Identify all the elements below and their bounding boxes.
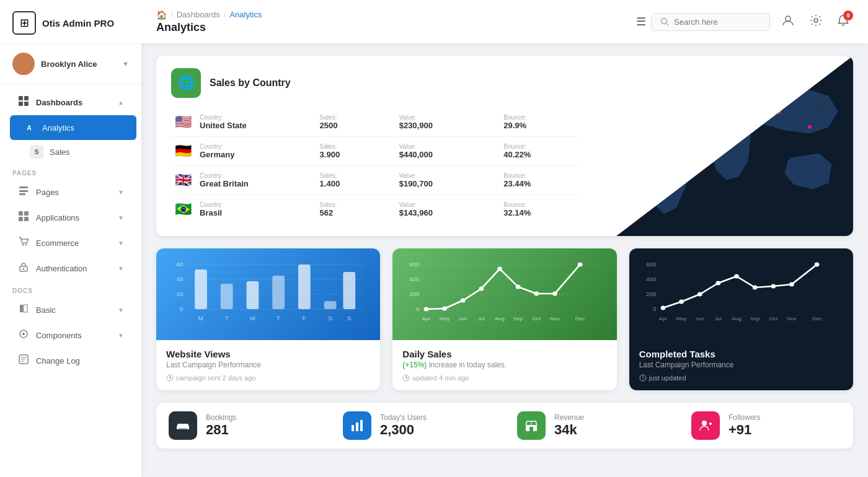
svg-text:Jul: Jul — [478, 315, 485, 322]
svg-text:Jun: Jun — [695, 315, 704, 322]
changelog-label: Change Log — [36, 356, 124, 365]
today-users-stat: Today's Users 2,300 — [330, 403, 505, 449]
sidebar-nav: Dashboards ▲ A Analytics S Sales PAGES P… — [0, 84, 141, 477]
notifications-button[interactable]: 9 — [833, 11, 853, 33]
sidebar-item-components[interactable]: Components ▼ — [5, 323, 136, 348]
sales-value: 2500 — [320, 121, 377, 130]
website-views-title: Website Views — [166, 349, 370, 359]
daily-sales-line-svg: 600 400 200 0 — [402, 258, 606, 333]
svg-point-20 — [662, 19, 667, 24]
svg-rect-5 — [24, 102, 29, 106]
user-icon-button[interactable] — [777, 10, 799, 34]
svg-text:40: 40 — [176, 276, 183, 282]
completed-tasks-title: Completed Tasks — [639, 349, 843, 359]
svg-text:Aug: Aug — [495, 315, 505, 322]
svg-point-0 — [19, 56, 29, 66]
settings-icon-button[interactable] — [806, 11, 826, 33]
sidebar-item-sales[interactable]: S Sales — [5, 141, 136, 163]
search-box[interactable] — [651, 13, 770, 31]
svg-text:0: 0 — [416, 305, 419, 312]
sidebar-item-pages[interactable]: Pages ▼ — [5, 180, 136, 204]
svg-text:200: 200 — [646, 291, 656, 297]
components-label: Components — [36, 331, 112, 340]
bookings-value: 281 — [206, 422, 236, 438]
svg-rect-42 — [298, 265, 311, 309]
pages-chevron-icon: ▼ — [118, 189, 124, 196]
svg-text:Dec: Dec — [812, 315, 822, 322]
website-views-footer: campaign sent 2 days ago — [166, 374, 370, 382]
svg-text:Jun: Jun — [459, 315, 467, 322]
bookings-stat: Bookings 281 — [156, 403, 330, 449]
sales-label: Sales: — [320, 201, 377, 208]
pages-icon — [17, 185, 30, 199]
user-profile[interactable]: Brooklyn Alice ▼ — [0, 44, 141, 84]
flag-icon: 🇧🇷 — [175, 201, 192, 217]
value-label: Value: — [399, 172, 482, 179]
website-views-card: 60 40 20 0 M T — [156, 248, 380, 390]
svg-rect-40 — [247, 281, 259, 309]
svg-point-25 — [680, 173, 686, 180]
country-label: Country: — [200, 143, 298, 150]
daily-sales-title: Daily Sales — [402, 349, 606, 359]
pages-section-label: PAGES — [0, 164, 141, 179]
store-icon — [525, 419, 538, 432]
revenue-stat: Revenue 34k — [505, 403, 679, 449]
daily-sales-info: Daily Sales (+15%) increase in today sal… — [392, 340, 616, 390]
revenue-icon — [517, 411, 546, 440]
hamburger-button[interactable]: ☰ — [631, 10, 651, 33]
analytics-label: Analytics — [42, 123, 124, 133]
sidebar-item-ecommerce[interactable]: Ecommerce ▼ — [5, 230, 136, 255]
svg-rect-39 — [221, 284, 233, 309]
components-icon — [17, 328, 30, 342]
bounce-value: 32.14% — [503, 208, 574, 217]
sidebar-item-changelog[interactable]: Change Log — [5, 348, 136, 373]
svg-point-18 — [22, 333, 25, 335]
sales-card-title: Sales by Country — [210, 77, 291, 89]
svg-text:W: W — [250, 315, 255, 321]
svg-text:600: 600 — [409, 261, 419, 267]
bounce-value: 40.22% — [503, 150, 574, 159]
svg-point-16 — [23, 268, 25, 270]
completed-tasks-card: 600 400 200 0 — [629, 248, 853, 390]
svg-point-24 — [639, 121, 645, 127]
sidebar-item-applications[interactable]: Applications ▼ — [5, 205, 136, 230]
svg-rect-9 — [19, 211, 23, 216]
bounce-label: Bounce: — [503, 201, 574, 208]
header: 🏠 / Dashboards / Analytics Analytics ☰ — [141, 0, 868, 43]
svg-point-67 — [534, 292, 539, 296]
person-add-icon — [699, 419, 712, 432]
sidebar: ⊞ Otis Admin PRO Brooklyn Alice ▼ Dashbo… — [0, 0, 141, 477]
table-row: 🇩🇪 Country: Germany Sales: 3.900 Value: … — [171, 137, 578, 166]
breadcrumb-analytics: Analytics — [229, 10, 262, 19]
sidebar-item-authentication[interactable]: Authentication ▼ — [5, 256, 136, 281]
completed-tasks-line-svg: 600 400 200 0 — [639, 258, 843, 333]
bar-chart-icon — [350, 419, 364, 432]
daily-sales-pct: (+15%) — [402, 361, 427, 369]
svg-text:May: May — [676, 315, 686, 322]
clock-icon3 — [639, 374, 647, 382]
sales-card-header: 🌐 Sales by Country — [171, 68, 578, 98]
sales-by-country-card: 🌐 Sales by Country 🇺🇸 Country: United St… — [156, 56, 853, 236]
search-input[interactable] — [674, 17, 761, 27]
svg-text:T: T — [277, 315, 280, 321]
svg-rect-11 — [19, 217, 23, 221]
svg-text:S: S — [347, 315, 352, 321]
svg-point-96 — [814, 263, 819, 267]
sidebar-item-dashboards[interactable]: Dashboards ▲ — [5, 90, 136, 115]
svg-rect-111 — [352, 425, 354, 431]
svg-rect-43 — [324, 301, 337, 309]
website-views-chart: 60 40 20 0 M T — [156, 248, 380, 340]
sidebar-item-analytics[interactable]: A Analytics — [10, 115, 136, 140]
today-users-label: Today's Users — [380, 413, 427, 422]
dashboards-chevron-icon: ▲ — [118, 99, 124, 106]
bounce-value: 29.9% — [503, 121, 574, 130]
bounce-label: Bounce: — [503, 143, 574, 150]
sidebar-item-basic[interactable]: Basic ▼ — [5, 297, 136, 322]
svg-point-26 — [724, 98, 728, 103]
world-map-area — [593, 56, 853, 236]
svg-point-89 — [679, 300, 684, 304]
svg-point-68 — [552, 292, 557, 296]
daily-sales-chart: 600 400 200 0 — [392, 248, 616, 340]
svg-text:20: 20 — [176, 291, 183, 297]
flag-icon: 🇬🇧 — [175, 172, 192, 188]
